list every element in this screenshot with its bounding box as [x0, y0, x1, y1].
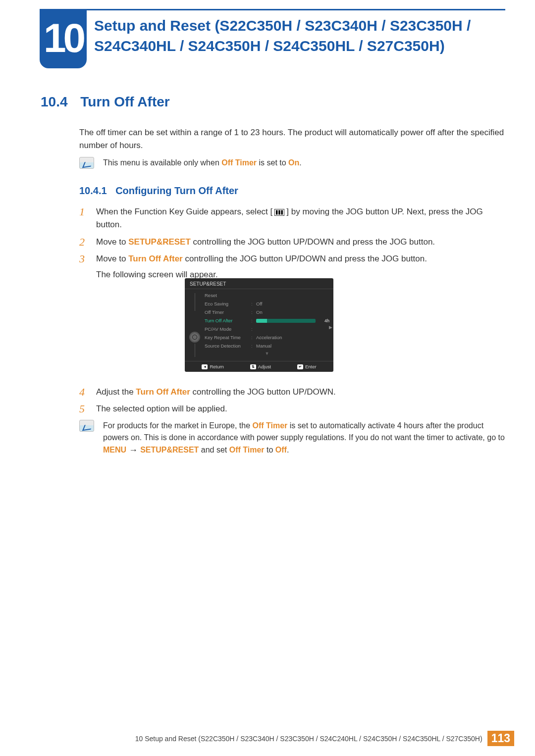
osd-footer-enter: ↵Enter	[297, 364, 317, 369]
osd-row-source-detection: Source Detection : Manual	[205, 342, 329, 350]
osd-row-pcav-mode: PC/AV Mode :	[205, 325, 329, 333]
page-footer: 10 Setup and Reset (S22C350H / S23C340H …	[30, 731, 514, 746]
step-1: 1 When the Function Key Guide appears, s…	[79, 205, 505, 232]
osd-footer: ◄Return ⇅Adjust ↵Enter	[185, 361, 333, 372]
gear-icon	[190, 333, 199, 342]
osd-footer-adjust: ⇅Adjust	[250, 364, 271, 369]
osd-row-eco-saving: Eco Saving : Off	[205, 300, 329, 308]
subsection-heading: 10.4.1 Configuring Turn Off After	[79, 185, 238, 197]
adjust-key-icon: ⇅	[250, 364, 256, 369]
step-number: 4	[79, 386, 88, 398]
section-title: Turn Off After	[80, 94, 169, 109]
svg-rect-1	[276, 210, 278, 214]
svg-rect-3	[281, 210, 283, 214]
note-icon	[79, 420, 94, 432]
step-list-lower: 4 Adjust the Turn Off After controlling …	[79, 386, 505, 420]
osd-slider: 4h	[256, 318, 329, 323]
step-5: 5 The selected option will be applied.	[79, 403, 505, 415]
osd-panel: SETUP&RESET Reset Eco Saving : Off Off T…	[185, 278, 333, 372]
subsection-title: Configuring Turn Off After	[115, 185, 238, 196]
step-list-upper: 1 When the Function Key Guide appears, s…	[79, 205, 505, 286]
svg-rect-2	[278, 210, 280, 214]
osd-row-key-repeat: Key Repeat Time : Acceleration	[205, 333, 329, 342]
note-text: For products for the market in Europe, t…	[103, 420, 505, 457]
arrow-right-icon: →	[126, 445, 140, 455]
note-europe: For products for the market in Europe, t…	[79, 420, 505, 457]
subsection-number: 10.4.1	[79, 185, 107, 196]
step-text: Adjust the Turn Off After controlling th…	[96, 386, 505, 399]
page-number: 113	[487, 731, 514, 746]
osd-menu-list: Reset Eco Saving : Off Off Timer : On Tu…	[205, 291, 329, 357]
osd-row-off-timer: Off Timer : On	[205, 308, 329, 316]
osd-footer-return: ◄Return	[202, 364, 224, 369]
header-rule	[40, 9, 505, 10]
chevron-down-icon: ▼	[205, 350, 329, 357]
chapter-title: Setup and Reset (S22C350H / S23C340H / S…	[94, 16, 505, 56]
enter-key-icon: ↵	[297, 364, 303, 369]
osd-row-reset: Reset	[205, 291, 329, 300]
step-number: 3	[79, 252, 88, 265]
step-4: 4 Adjust the Turn Off After controlling …	[79, 386, 505, 399]
section-number: 10.4	[41, 94, 68, 109]
osd-title: SETUP&RESET	[185, 278, 333, 289]
step-3: 3 Move to Turn Off After controlling the…	[79, 252, 505, 282]
step-number: 2	[79, 236, 88, 248]
menu-icon	[274, 209, 284, 216]
step-text: The selected option will be applied.	[96, 403, 505, 415]
return-key-icon: ◄	[202, 364, 208, 369]
note-availability: This menu is available only when Off Tim…	[79, 157, 505, 169]
step-text: Move to Turn Off After controlling the J…	[96, 252, 505, 282]
step-2: 2 Move to SETUP&RESET controlling the JO…	[79, 236, 505, 249]
chapter-number-badge: 10	[40, 9, 87, 68]
step-text: Move to SETUP&RESET controlling the JOG …	[96, 236, 505, 249]
step-number: 1	[79, 205, 88, 218]
section-intro: The off timer can be set within a range …	[79, 126, 505, 152]
footer-text: 10 Setup and Reset (S22C350H / S23C340H …	[135, 735, 482, 743]
chevron-right-icon: ▶	[329, 325, 332, 330]
step-text: When the Function Key Guide appears, sel…	[96, 205, 505, 232]
osd-row-turn-off-after: Turn Off After : 4h	[205, 316, 329, 325]
note-icon	[79, 157, 94, 169]
step-number: 5	[79, 403, 88, 415]
section-heading: 10.4 Turn Off After	[41, 94, 170, 110]
note-text: This menu is available only when Off Tim…	[103, 157, 302, 169]
